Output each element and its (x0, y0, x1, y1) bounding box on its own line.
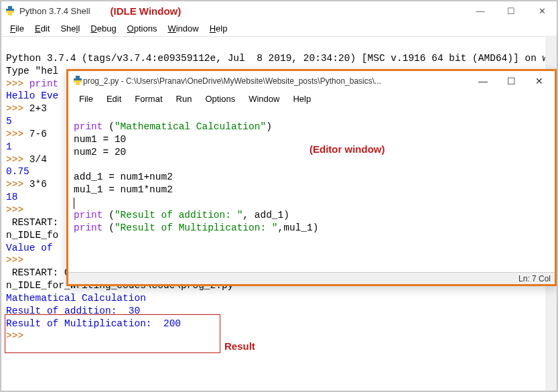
editor-statusbar: Ln: 7 Col (68, 272, 555, 284)
menu-debug[interactable]: Debug (85, 22, 121, 35)
menu-edit[interactable]: Edit (29, 22, 55, 35)
editor-menu-format[interactable]: Format (128, 92, 169, 105)
editor-menu-file[interactable]: File (72, 92, 100, 105)
code-text: ) (266, 121, 272, 132)
editor-menubar: File Edit Format Run Options Window Help (68, 91, 555, 107)
code-text: ( (103, 121, 115, 132)
code-keyword: print (74, 121, 103, 132)
shell-line: n_IDLE_fo (6, 230, 58, 241)
maximize-button[interactable]: ☐ (496, 1, 527, 21)
shell-output: Result of addition: 30 (6, 306, 140, 316)
code-line: num2 = 20 (74, 147, 126, 157)
shell-line: RESTART: (6, 267, 64, 278)
editor-menu-window[interactable]: Window (242, 92, 286, 105)
code-line: num1 = 10 (74, 134, 126, 145)
shell-line: print (29, 78, 59, 89)
shell-line: RESTART: (6, 217, 58, 228)
idle-window-annotation: (IDLE Window) (111, 5, 182, 17)
code-text: ( (103, 210, 115, 220)
code-string: "Mathematical Calculation" (115, 121, 266, 132)
prompt: >>> (6, 204, 29, 215)
prompt: >>> (6, 255, 29, 265)
code-text: ( (103, 222, 115, 233)
prompt: >>> (6, 129, 29, 139)
shell-menubar: File Edit Shell Debug Options Window Hel… (1, 21, 557, 37)
prompt: >>> (6, 154, 29, 165)
minimize-button[interactable]: — (465, 1, 496, 21)
shell-output: 0.75 (6, 166, 29, 177)
menu-file[interactable]: File (5, 22, 29, 35)
editor-menu-run[interactable]: Run (169, 92, 199, 105)
shell-title: Python 3.7.4 Shell (19, 6, 90, 16)
shell-line: Python 3.7.4 (tags/v3.7.4:e09359112e, Ju… (6, 53, 558, 64)
window-controls: — ☐ ✕ (465, 1, 557, 21)
python-icon (5, 5, 15, 16)
prompt: >>> (6, 179, 29, 190)
shell-line: 2+3 (29, 103, 47, 114)
shell-line: Type "hel (6, 66, 58, 76)
menu-shell[interactable]: Shell (55, 22, 85, 35)
code-keyword: print (74, 222, 103, 233)
code-line: add_1 = num1+num2 (74, 172, 173, 182)
prompt: >>> (6, 103, 29, 114)
editor-close-button[interactable]: ✕ (525, 71, 553, 91)
shell-line: 3/4 (29, 154, 47, 165)
shell-line: 3*6 (29, 179, 47, 190)
text-cursor (74, 198, 74, 209)
editor-text-area[interactable]: print ("Mathematical Calculation") num1 … (68, 107, 555, 272)
editor-window-annotation: (Editor window) (309, 143, 385, 156)
editor-menu-options[interactable]: Options (198, 92, 242, 105)
code-string: "Result of Multiplication: " (115, 222, 278, 233)
editor-menu-help[interactable]: Help (286, 92, 318, 105)
result-annotation: Result (224, 340, 255, 352)
shell-output: 1 (6, 141, 12, 152)
code-text: , add_1) (242, 210, 289, 220)
menu-options[interactable]: Options (122, 22, 163, 35)
editor-title: prog_2.py - C:\Users\Pranav\OneDrive\MyW… (83, 76, 381, 86)
code-keyword: print (74, 210, 103, 220)
shell-output: Mathematical Calculation (6, 293, 146, 304)
editor-minimize-button[interactable]: — (469, 71, 497, 91)
shell-output: Value of (6, 243, 58, 253)
editor-titlebar: prog_2.py - C:\Users\Pranav\OneDrive\MyW… (68, 71, 555, 91)
editor-window-controls: — ☐ ✕ (469, 71, 553, 91)
editor-maximize-button[interactable]: ☐ (497, 71, 525, 91)
code-string: "Result of addition: " (115, 210, 242, 220)
editor-window: prog_2.py - C:\Users\Pranav\OneDrive\MyW… (66, 69, 557, 286)
menu-window[interactable]: Window (162, 22, 204, 35)
editor-menu-edit[interactable]: Edit (100, 92, 128, 105)
prompt: >>> (6, 330, 29, 341)
shell-line: 7-6 (29, 129, 47, 139)
shell-output: Result of Multiplication: 200 (6, 318, 181, 329)
close-button[interactable]: ✕ (527, 1, 557, 21)
prompt: >>> (6, 78, 29, 89)
shell-output: 5 (6, 116, 12, 127)
python-icon (72, 75, 83, 88)
code-text: ,mul_1) (278, 222, 319, 233)
shell-output: Hello Eve (6, 90, 58, 101)
shell-output: 18 (6, 192, 17, 202)
shell-titlebar: Python 3.7.4 Shell (IDLE Window) — ☐ ✕ (1, 1, 557, 21)
code-line: mul_1 = num1*num2 (74, 184, 173, 195)
menu-help[interactable]: Help (204, 22, 233, 35)
